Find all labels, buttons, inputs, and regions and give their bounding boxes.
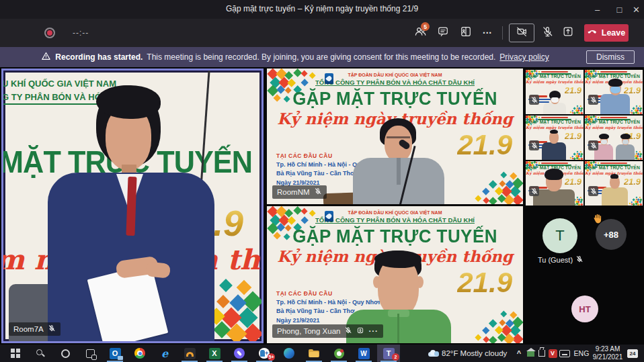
banner-title: GẶP MẶT TRỰC TUYẾN	[585, 74, 643, 79]
participant-name: Phong, Tong Xuan	[277, 327, 340, 335]
banner-subtitle: Kỷ niệm ngày truyền thống	[526, 79, 583, 84]
clock[interactable]: 9:23 AM 9/21/2021	[592, 345, 624, 362]
notification-count: 24	[630, 351, 636, 357]
banner-title: GẶP MẶT TRỰC TUYẾN	[585, 120, 643, 124]
hang-up-icon	[588, 27, 598, 39]
participant-name: RoomNM	[277, 188, 310, 196]
window-title: Gặp mặt trực tuyến – Kỷ niệm ngày truyền…	[0, 4, 644, 13]
touch-keyboard-icon[interactable]	[558, 345, 571, 362]
tray-v-app-icon[interactable]: V	[547, 345, 558, 362]
windows-taskbar: OeX+5+WT2 82°F Mostly cloudy ^ V ENG 9:2…	[0, 345, 644, 362]
chat-button[interactable]	[434, 26, 452, 40]
avatar-initial: T	[555, 227, 564, 244]
participant-name-pill: RoomNM	[272, 185, 327, 199]
company-logo	[325, 73, 333, 84]
banner-subtitle: Kỷ niệm ngày truyền thống	[526, 125, 583, 130]
taskbar-zalo-icon[interactable]: +5+	[253, 345, 276, 362]
taskbar-excel-icon[interactable]: X	[203, 345, 226, 362]
overflow-count: +88	[604, 230, 618, 240]
taskbar-cortana-icon[interactable]	[54, 345, 77, 362]
taskbar-internet-explorer-icon[interactable]: e	[153, 345, 176, 362]
banner-subtitle: Kỷ niệm ngày truyền thống	[585, 125, 643, 130]
toolbar-divider	[502, 26, 503, 40]
teams-meeting-window: Gặp mặt trực tuyến – Kỷ niệm ngày truyền…	[0, 0, 644, 362]
minimize-button[interactable]: –	[586, 0, 608, 19]
muted-mic-icon	[344, 326, 352, 336]
company-logo	[325, 211, 333, 222]
video-tile-attendee-closeup[interactable]: GẶP MẶT TRỰC TUYẾN Kỷ niệm ngày truyền t…	[526, 161, 583, 206]
weather-text[interactable]: 82°F Mostly cloudy	[442, 345, 516, 362]
mic-off-icon	[541, 26, 554, 41]
chat-icon	[437, 26, 449, 40]
video-tile-roomnm[interactable]: TẬP ĐOÀN DẦU KHÍ QUỐC GIA VIỆT NAM TỔNG …	[267, 69, 523, 204]
device-icon	[356, 326, 364, 336]
video-tile-attendee-yellow-shirt[interactable]: GẶP MẶT TRỰC TUYẾN Kỷ niệm ngày truyền t…	[585, 161, 643, 206]
taskbar-coccoc-icon[interactable]	[327, 345, 350, 362]
privacy-policy-link[interactable]: Privacy policy	[499, 52, 549, 62]
leave-button[interactable]: Leave	[584, 24, 629, 42]
banner-number: 21.9	[457, 129, 512, 161]
banner-org-line2: TỔNG CÔNG TY PHÂN BÓN VÀ HÓA CHẤT DẦU KH…	[267, 79, 523, 86]
muted-mic-overlay	[588, 95, 598, 105]
taskbar-search-icon[interactable]	[29, 345, 52, 362]
participant-name-pill: Room7A	[9, 322, 61, 336]
banner-title: GẶP MẶT TRỰC TUYẾN	[272, 226, 518, 247]
camera-toggle-button[interactable]	[509, 24, 534, 42]
muted-mic-icon	[314, 187, 322, 197]
taskbar-start-icon[interactable]	[4, 345, 27, 362]
video-tile-phong[interactable]: TẬP ĐOÀN DẦU KHÍ QUỐC GIA VIỆT NAM TỔNG …	[267, 206, 523, 343]
taskbar-chrome-icon[interactable]	[128, 345, 151, 362]
taskbar-edge-icon[interactable]	[278, 345, 300, 362]
video-tile-attendee-masked-bowed[interactable]: GẶP MẶT TRỰC TUYẾN Kỷ niệm ngày truyền t…	[526, 70, 583, 114]
language-indicator[interactable]: ENG	[572, 345, 591, 362]
mosaic-decor	[473, 308, 522, 343]
taskbar-outlook-icon[interactable]: O	[104, 345, 126, 362]
participant-name-pill: Phong, Tong Xuan ···	[272, 324, 383, 338]
more-options-icon[interactable]: ···	[368, 327, 378, 335]
close-button[interactable]: ✕	[625, 0, 644, 19]
taskbar-orange-app-icon[interactable]	[178, 345, 201, 362]
muted-mic-overlay	[588, 186, 598, 196]
dismiss-button[interactable]: Dismiss	[586, 50, 635, 64]
banner-org-line1: TẬP ĐOÀN DẦU KHÍ QUỐC GIA VIỆT NAM	[267, 73, 523, 77]
more-actions-button[interactable]: ···	[479, 26, 496, 40]
action-center-icon[interactable]: 24	[624, 345, 641, 362]
taskbar-file-explorer-icon[interactable]	[303, 345, 325, 362]
tray-app1-icon[interactable]	[525, 345, 536, 362]
tray-chevron-icon[interactable]: ^	[514, 345, 524, 362]
avatar-initial: HT	[579, 304, 590, 314]
avatar-tu[interactable]: T	[542, 218, 577, 253]
weather-icon[interactable]	[426, 345, 441, 362]
breakout-rooms-button[interactable]	[457, 26, 475, 40]
mosaic-decor	[567, 102, 583, 114]
avatar-ht[interactable]: HT	[571, 296, 598, 322]
video-tile-attendee-blue-mask[interactable]: GẶP MẶT TRỰC TUYẾN Kỷ niệm ngày truyền t…	[585, 70, 643, 114]
recording-indicator-icon	[44, 28, 55, 38]
muted-mic-overlay	[529, 95, 539, 105]
banner-title: GẶP MẶT TRỰC TUYẾN	[272, 89, 518, 109]
banner-title: GẶP MẶT TRỰC TUYẾN	[526, 74, 583, 79]
meeting-timer: --:--	[73, 28, 89, 38]
participant-name: Tu (Guest)	[538, 256, 573, 264]
app-badge: 2	[392, 353, 399, 361]
mic-toggle-button[interactable]	[538, 26, 556, 40]
video-tile-attendee-dark-polo[interactable]: GẶP MẶT TRỰC TUYẾN Kỷ niệm ngày truyền t…	[526, 116, 583, 160]
participants-button[interactable]: 5	[411, 26, 429, 40]
muted-mic-overlay	[588, 140, 598, 150]
taskbar-word-icon[interactable]: W	[352, 345, 375, 362]
taskbar-viber-icon[interactable]	[228, 345, 251, 362]
banner-title: GẶP MẶT TRỰC TUYẾN	[526, 120, 583, 124]
muted-mic-icon	[48, 324, 56, 334]
app-badge: 5+	[268, 353, 275, 361]
banner-number: 21.9	[565, 85, 581, 95]
video-tile-room7a[interactable]: U KHÍ QUỐC GIA VIỆT NAM G TY PHÂN BÓN VÀ…	[1, 69, 264, 343]
video-tile-attendees-two-masks[interactable]: GẶP MẶT TRỰC TUYẾN Kỷ niệm ngày truyền t…	[585, 116, 643, 160]
banner-org-line2: TỔNG CÔNG TY PHÂN BÓN VÀ HÓA CHẤT DẦU KH…	[267, 216, 523, 224]
banner-number: 21.9	[457, 267, 512, 299]
taskbar-teams-icon[interactable]: T2	[377, 345, 400, 362]
tray-dropbox-icon[interactable]	[536, 345, 547, 362]
overflow-participants[interactable]: +88	[596, 219, 627, 250]
share-button[interactable]	[560, 26, 576, 40]
muted-mic-overlay	[529, 140, 539, 150]
taskbar-task-view-icon[interactable]	[79, 345, 102, 362]
